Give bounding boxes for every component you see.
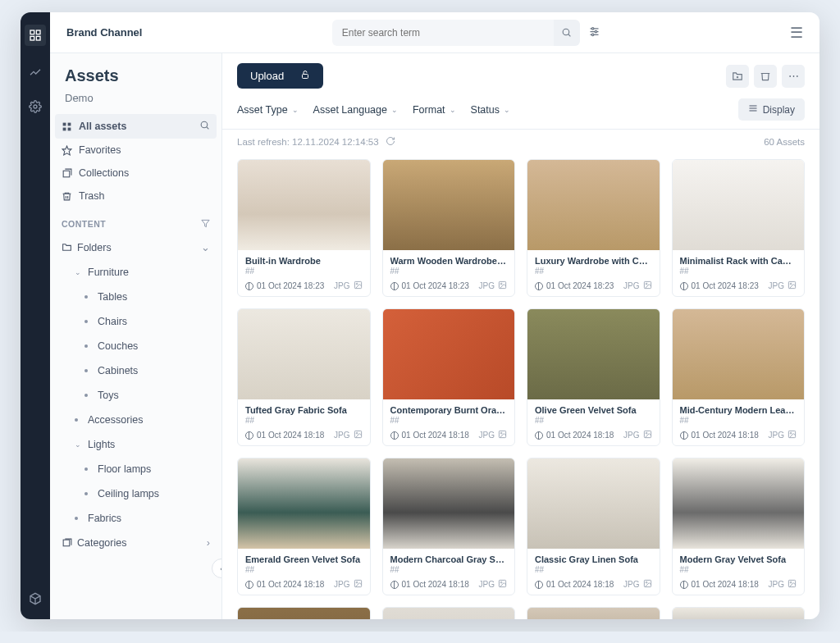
filter-status[interactable]: Status⌄: [471, 104, 510, 116]
filter-icon[interactable]: [201, 219, 210, 230]
search-input[interactable]: [332, 20, 554, 46]
globe-icon: [390, 282, 399, 290]
asset-card[interactable]: Classic Gray Linen Sofa ## 01 Oct 2024 1…: [527, 458, 660, 595]
tree-categories[interactable]: Categories ›: [50, 534, 221, 552]
globe-icon: [535, 431, 543, 440]
image-icon: [354, 579, 363, 590]
tree-folders[interactable]: Folders ⌄: [50, 238, 221, 257]
tree-ceiling-lamps[interactable]: Ceiling lamps: [50, 485, 221, 503]
asset-date: 01 Oct 2024 18:23: [546, 281, 614, 290]
asset-thumbnail: [383, 160, 515, 250]
asset-title: Contemporary Burnt Orange Sofa: [390, 405, 508, 415]
tree-floor-lamps[interactable]: Floor lamps: [50, 460, 221, 478]
nav-rail: [21, 12, 50, 619]
svg-rect-0: [30, 30, 34, 34]
tree-accessories[interactable]: Accessories: [50, 411, 221, 429]
asset-date: 01 Oct 2024 18:18: [692, 580, 759, 589]
asset-card[interactable]: Emerald Green Velvet Sofa ## 01 Oct 2024…: [237, 458, 371, 595]
asset-subtitle: ##: [680, 267, 797, 276]
tree-toys[interactable]: Toys: [50, 386, 221, 404]
filter-sliders-icon[interactable]: [588, 25, 600, 40]
nav-collections[interactable]: Collections: [50, 162, 221, 185]
collapse-sidebar-button[interactable]: ‹: [212, 559, 222, 578]
globe-icon: [245, 581, 253, 589]
asset-thumbnail: [238, 160, 370, 250]
asset-thumbnail: [383, 309, 515, 399]
asset-card[interactable]: Luxury Wardrobe with Custom Shelving ## …: [527, 159, 660, 297]
hamburger-menu-icon[interactable]: ☰: [790, 24, 803, 42]
tree-lights[interactable]: ⌄Lights: [50, 436, 221, 454]
refresh-icon[interactable]: [386, 136, 395, 148]
asset-card[interactable]: Contemporary Burnt Orange Sofa ## 01 Oct…: [382, 308, 516, 446]
asset-date: 01 Oct 2024 18:18: [546, 431, 614, 440]
tree-furniture[interactable]: ⌄Furniture: [50, 263, 221, 281]
display-options-button[interactable]: Display: [738, 98, 805, 121]
search-button[interactable]: [554, 20, 580, 46]
nav-label: Collections: [79, 167, 129, 179]
asset-card[interactable]: Warm Wooden Wardrobe with Accesso… ## 01…: [382, 159, 516, 297]
bullet-icon: [84, 344, 88, 348]
folder-icon: [62, 242, 72, 253]
asset-card[interactable]: Modern Gray Velvet Sofa ## 01 Oct 2024 1…: [672, 458, 806, 595]
asset-format: JPG: [334, 281, 349, 290]
image-icon: [354, 280, 363, 291]
svg-rect-18: [63, 171, 70, 177]
tree-chairs[interactable]: Chairs: [50, 312, 221, 331]
asset-format: JPG: [769, 281, 784, 290]
chevron-down-icon: ⌄: [292, 106, 299, 114]
tree-tables[interactable]: Tables: [50, 288, 221, 306]
asset-card[interactable]: Modern Charcoal Gray Sectional Sofa ## 0…: [382, 458, 516, 595]
asset-thumbnail: [383, 608, 515, 619]
rail-analytics-icon[interactable]: [27, 64, 43, 80]
rail-assets-icon[interactable]: [25, 25, 46, 46]
asset-card[interactable]: Tufted Gray Fabric Sofa ## 01 Oct 2024 1…: [237, 308, 371, 446]
tree-couches[interactable]: Couches: [50, 337, 221, 355]
chevron-right-icon: ›: [207, 537, 210, 549]
image-icon: [788, 430, 797, 440]
globe-icon: [680, 282, 688, 290]
svg-rect-15: [68, 127, 71, 130]
nav-favorites[interactable]: Favorites: [50, 139, 221, 162]
asset-subtitle: ##: [535, 416, 652, 425]
asset-card[interactable]: Minimalist Rack with Cabinet Space ## 01…: [672, 159, 806, 297]
tree-fabrics[interactable]: Fabrics: [50, 509, 221, 527]
new-folder-button[interactable]: [726, 65, 749, 88]
globe-icon: [390, 581, 399, 589]
nav-trash[interactable]: Trash: [50, 185, 221, 207]
asset-title: Olive Green Velvet Sofa: [535, 405, 652, 415]
asset-format: JPG: [769, 431, 784, 440]
asset-card[interactable]: Mid-Century Modern Leather Sofa ## 01 Oc…: [672, 308, 806, 446]
asset-card[interactable]: Olive Green Velvet Sofa ## 01 Oct 2024 1…: [527, 308, 660, 446]
delete-button[interactable]: [754, 65, 777, 88]
asset-card[interactable]: [382, 607, 516, 619]
asset-date: 01 Oct 2024 18:23: [692, 281, 759, 290]
upload-button[interactable]: Upload: [237, 63, 323, 89]
asset-subtitle: ##: [390, 565, 508, 574]
more-actions-button[interactable]: ⋯: [782, 65, 805, 88]
nav-label: Trash: [79, 190, 105, 202]
rail-settings-icon[interactable]: [27, 98, 43, 115]
rail-cube-icon[interactable]: [27, 591, 43, 607]
nav-all-assets[interactable]: All assets: [55, 114, 217, 139]
nav-label: All assets: [79, 121, 126, 132]
svg-point-11: [591, 34, 594, 36]
filter-asset-language[interactable]: Asset Language⌄: [313, 104, 398, 116]
filter-format[interactable]: Format⌄: [413, 104, 456, 116]
asset-card[interactable]: [237, 607, 371, 619]
asset-card[interactable]: [527, 607, 660, 619]
tree-cabinets[interactable]: Cabinets: [50, 362, 221, 380]
display-icon: [748, 103, 758, 116]
svg-rect-14: [63, 127, 66, 130]
asset-card[interactable]: [672, 607, 806, 619]
asset-date: 01 Oct 2024 18:18: [692, 431, 759, 440]
asset-card[interactable]: Built-in Wardrobe ## 01 Oct 2024 18:23 J…: [237, 159, 371, 297]
filter-asset-type[interactable]: Asset Type⌄: [237, 104, 299, 116]
svg-point-48: [790, 581, 792, 583]
search-icon[interactable]: [199, 120, 210, 133]
workspace-label[interactable]: Demo: [50, 89, 221, 114]
bullet-icon: [75, 517, 78, 520]
asset-subtitle: ##: [245, 565, 363, 574]
asset-subtitle: ##: [390, 267, 508, 276]
svg-rect-1: [36, 30, 40, 34]
globe-icon: [535, 581, 543, 589]
